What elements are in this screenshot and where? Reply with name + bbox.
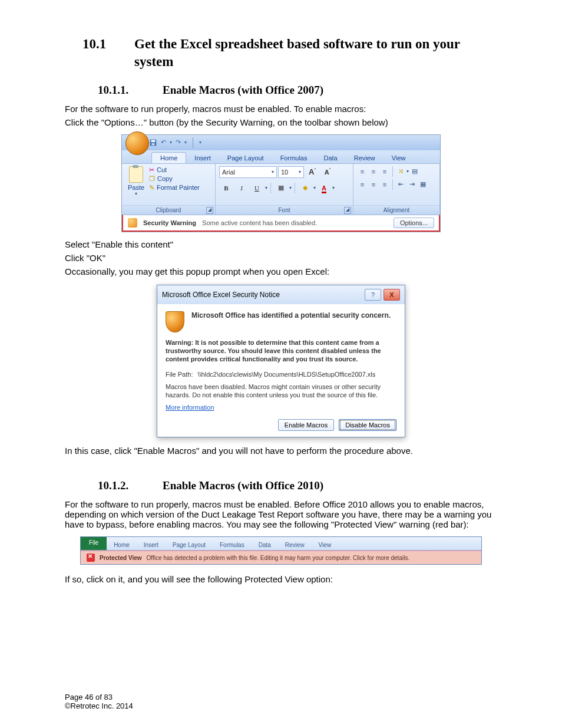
dropdown-icon[interactable]: ▾	[184, 140, 187, 145]
protected-view-bar[interactable]: Protected View Office has detected a pro…	[81, 551, 481, 564]
file-tab[interactable]: File	[81, 537, 107, 550]
align-left-button[interactable]: ≡	[357, 179, 368, 190]
align-center-button[interactable]: ≡	[368, 179, 379, 190]
tab-view[interactable]: View	[312, 540, 339, 550]
enable-macros-button[interactable]: Enable Macros	[278, 419, 334, 431]
dropdown-icon[interactable]: ▾	[135, 191, 137, 196]
tab-formulas[interactable]: Formulas	[213, 540, 252, 550]
cut-icon: ✂	[149, 166, 154, 174]
grow-font-button[interactable]: Aˆ	[305, 166, 319, 177]
italic-button[interactable]: I	[234, 183, 249, 193]
help-button[interactable]: ?	[365, 289, 381, 301]
tab-data[interactable]: Data	[252, 540, 278, 550]
more-information-link[interactable]: More information	[166, 404, 396, 411]
format-painter-button[interactable]: ✎Format Painter	[149, 184, 200, 192]
subheading-number: 10.1.2.	[98, 479, 163, 492]
underline-button[interactable]: U	[250, 183, 264, 193]
protected-view-label: Protected View	[100, 555, 142, 561]
dialog-title-bar: Microsoft Office Excel Security Notice ?…	[157, 285, 405, 304]
dialog-headline: Microsoft Office has identified a potent…	[191, 311, 391, 319]
cut-button[interactable]: ✂Cut	[149, 166, 200, 174]
align-top-button[interactable]: ≡	[357, 166, 368, 177]
dropdown-icon[interactable]: ▾	[265, 185, 267, 190]
copy-button[interactable]: ❐Copy	[149, 175, 200, 183]
wrap-text-button[interactable]: ▤	[409, 166, 420, 177]
subheading-text: Enable Macros (with Office 2010)	[163, 479, 323, 492]
close-button[interactable]: X	[384, 289, 400, 301]
increase-indent-button[interactable]: ⇥	[406, 179, 417, 190]
decrease-indent-button[interactable]: ⇤	[395, 179, 406, 190]
dialog-body-text: Macros have been disabled. Macros might …	[166, 383, 396, 400]
security-warning-message: Some active content has been disabled.	[202, 219, 317, 226]
save-icon[interactable]	[149, 139, 157, 147]
dropdown-icon: ▾	[299, 169, 301, 174]
heading-text: Get the Excel spreadsheet based software…	[134, 35, 497, 71]
dialog-launcher-icon[interactable]: ◢	[206, 207, 213, 214]
tab-view[interactable]: View	[384, 153, 414, 163]
tab-page-layout[interactable]: Page Layout	[166, 540, 213, 550]
font-name-combo[interactable]: Arial▾	[219, 166, 277, 178]
file-path-value: \\hldc2\docs\clewis\My Documents\HLDS\Se…	[197, 371, 375, 378]
office-button-icon[interactable]	[125, 131, 149, 155]
orientation-button[interactable]: ⤭	[395, 166, 406, 177]
cut-label: Cut	[157, 166, 167, 173]
tab-data[interactable]: Data	[315, 153, 345, 163]
tab-insert[interactable]: Insert	[137, 540, 166, 550]
paste-button[interactable]: Paste ▾	[125, 166, 147, 196]
redo-icon[interactable]: ↷	[176, 139, 181, 146]
group-label-alignment: Alignment	[353, 205, 439, 215]
protected-view-screenshot: File Home Insert Page Layout Formulas Da…	[80, 536, 482, 565]
dialog-title: Microsoft Office Excel Security Notice	[162, 291, 280, 299]
align-bottom-button[interactable]: ≡	[379, 166, 390, 177]
dialog-launcher-icon[interactable]: ◢	[344, 207, 351, 214]
tab-page-layout[interactable]: Page Layout	[219, 153, 272, 163]
quick-access-toolbar: ↶ ▾ ↷ ▾ ▾	[122, 135, 440, 150]
dropdown-icon[interactable]: ▾	[289, 185, 292, 190]
body-text: For the software to run properly, macros…	[65, 104, 497, 114]
ribbon-tabs: Home Insert Page Layout Formulas Data Re…	[122, 150, 440, 163]
dropdown-icon[interactable]: ▾	[170, 140, 172, 145]
dropdown-icon[interactable]: ▾	[313, 185, 316, 190]
copy-label: Copy	[157, 175, 173, 182]
subheading-text: Enable Macros (with Office 2007)	[163, 84, 323, 97]
svg-rect-2	[151, 143, 154, 146]
group-label-font: Font◢	[216, 205, 353, 215]
options-button[interactable]: Options...	[394, 218, 434, 228]
tab-home[interactable]: Home	[151, 152, 186, 163]
shrink-font-button[interactable]: Aˇ	[320, 167, 335, 177]
file-path-label: File Path:	[166, 371, 193, 378]
tab-home[interactable]: Home	[107, 540, 137, 550]
paste-label: Paste	[128, 184, 144, 191]
dropdown-icon[interactable]: ▾	[332, 185, 335, 190]
tab-insert[interactable]: Insert	[186, 153, 219, 163]
protected-view-message: Office has detected a problem with this …	[147, 555, 410, 561]
merge-center-button[interactable]: ▦	[418, 179, 428, 190]
align-right-button[interactable]: ≡	[379, 179, 390, 190]
borders-button[interactable]: ▦	[274, 183, 288, 193]
shield-icon	[166, 311, 184, 332]
svg-rect-1	[151, 140, 156, 142]
bold-button[interactable]: B	[219, 183, 233, 193]
undo-icon[interactable]: ↶	[161, 139, 166, 146]
paste-icon	[129, 166, 143, 183]
group-label-clipboard: Clipboard◢	[122, 205, 215, 215]
tab-formulas[interactable]: Formulas	[272, 153, 316, 163]
body-text: Occasionally, you may get this popup pro…	[65, 266, 497, 276]
customize-qat-icon[interactable]: ▾	[199, 140, 201, 145]
body-text: Click "OK"	[65, 253, 497, 263]
tab-review[interactable]: Review	[278, 540, 312, 550]
align-middle-button[interactable]: ≡	[368, 166, 379, 177]
heading-number: 10.1	[82, 35, 134, 71]
body-text: In this case, click "Enable Macros" and …	[65, 446, 497, 456]
body-text: For the software to run properly, macros…	[65, 499, 497, 529]
tab-review[interactable]: Review	[346, 153, 384, 163]
font-size-combo[interactable]: 10▾	[278, 166, 304, 178]
fill-color-button[interactable]: ◆	[298, 183, 312, 193]
font-color-button[interactable]: A	[317, 183, 331, 193]
dropdown-icon[interactable]: ▾	[406, 169, 409, 174]
body-text: If so, click on it, and you will see the…	[65, 574, 497, 584]
disable-macros-button[interactable]: Disable Macros	[339, 419, 396, 431]
security-warning-bar: Security Warning Some active content has…	[122, 215, 440, 232]
body-text: Select "Enable this content"	[65, 239, 497, 249]
excel-ribbon-screenshot: ↶ ▾ ↷ ▾ ▾ Home Insert Page Layout Formul…	[121, 134, 441, 232]
